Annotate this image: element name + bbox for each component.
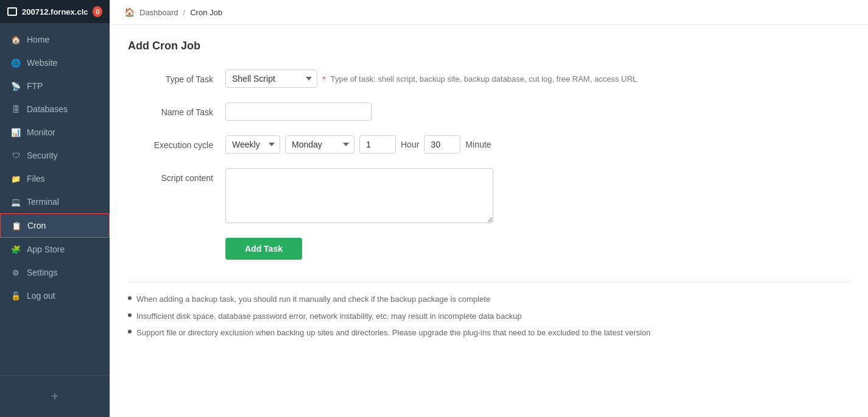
sidebar-item-appstore[interactable]: 🧩 App Store [0, 238, 110, 261]
sidebar-label-monitor: Monitor [27, 127, 55, 137]
execution-cycle-select[interactable]: Weekly Daily Monthly Hourly [225, 135, 280, 154]
sidebar-label-logout: Log out [27, 291, 55, 301]
sidebar-item-settings[interactable]: ⚙ Settings [0, 261, 110, 284]
script-content-textarea[interactable] [225, 168, 493, 223]
name-of-task-control [225, 102, 372, 121]
main-content: 🏠 Dashboard / Cron Job Add Cron Job Type… [110, 0, 868, 417]
notes-section: When adding a backup task, you should ru… [128, 282, 850, 339]
page-title: Add Cron Job [128, 40, 850, 52]
type-of-task-label: Type of Task [128, 70, 225, 84]
sidebar-item-files[interactable]: 📁 Files [0, 167, 110, 190]
home-breadcrumb-icon: 🏠 [124, 7, 135, 17]
hint-asterisk: * [322, 74, 326, 84]
breadcrumb: 🏠 Dashboard / Cron Job [110, 0, 868, 25]
name-of-task-row: Name of Task [128, 102, 850, 121]
note-bullet-2 [128, 313, 132, 317]
sidebar-label-home: Home [27, 35, 49, 45]
type-of-task-control: Shell Script Backup Site Backup Database… [225, 70, 637, 88]
page-content: Add Cron Job Type of Task Shell Script B… [110, 25, 868, 358]
settings-icon: ⚙ [11, 268, 21, 277]
ftp-icon: 📡 [11, 81, 21, 91]
sidebar-label-settings: Settings [27, 268, 58, 277]
sidebar-footer: + [0, 376, 110, 417]
note-item-1: When adding a backup task, you should ru… [128, 293, 850, 305]
terminal-icon: 💻 [11, 197, 21, 207]
notification-badge: 0 [93, 6, 102, 17]
sidebar-label-appstore: App Store [27, 244, 65, 254]
sidebar-label-cron: Cron [27, 221, 46, 230]
script-content-label: Script content [128, 168, 225, 183]
day-of-week-select[interactable]: Monday Tuesday Wednesday Thursday Friday… [285, 135, 355, 154]
note-bullet-1 [128, 296, 132, 300]
note-item-2: Insufficient disk space, database passwo… [128, 310, 850, 323]
monitor-nav-icon: 📊 [11, 127, 21, 137]
cron-icon: 📋 [12, 221, 21, 230]
sidebar-item-databases[interactable]: 🗄 Databases [0, 98, 110, 121]
sidebar-label-databases: Databases [27, 104, 68, 114]
execution-cycle-row: Execution cycle Weekly Daily Monthly Hou… [128, 135, 850, 154]
note-item-3: Support file or directory exclusion when… [128, 327, 850, 339]
monitor-icon [7, 7, 17, 16]
note-text-3: Support file or directory exclusion when… [136, 327, 651, 339]
note-text-1: When adding a backup task, you should ru… [136, 293, 490, 305]
breadcrumb-home[interactable]: Dashboard [139, 8, 178, 17]
sidebar-label-website: Website [27, 58, 57, 68]
sidebar-label-files: Files [27, 174, 45, 184]
note-text-2: Insufficient disk space, database passwo… [136, 310, 522, 323]
add-task-button[interactable]: Add Task [225, 238, 302, 260]
minute-input[interactable] [424, 135, 460, 154]
script-content-row: Script content [128, 168, 850, 223]
minute-label: Minute [465, 140, 491, 149]
type-of-task-row: Type of Task Shell Script Backup Site Ba… [128, 70, 850, 88]
sidebar-item-website[interactable]: 🌐 Website [0, 51, 110, 74]
note-bullet-3 [128, 330, 132, 333]
sidebar-nav: 🏠 Home 🌐 Website 📡 FTP 🗄 Databases 📊 Mon… [0, 23, 110, 376]
sidebar-header: 200712.fornex.clc 0 [0, 0, 110, 23]
hour-label: Hour [401, 140, 419, 149]
add-button[interactable]: + [0, 383, 110, 410]
breadcrumb-separator: / [183, 8, 186, 17]
sidebar-item-ftp[interactable]: 📡 FTP [0, 74, 110, 98]
logout-icon: 🔓 [11, 291, 21, 301]
execution-cycle-control: Weekly Daily Monthly Hourly Monday Tuesd… [225, 135, 491, 154]
sidebar-item-monitor[interactable]: 📊 Monitor [0, 121, 110, 144]
sidebar-label-terminal: Terminal [27, 197, 59, 207]
sidebar-label-security: Security [27, 151, 58, 160]
home-icon: 🏠 [11, 35, 21, 45]
databases-icon: 🗄 [11, 104, 21, 114]
security-icon: 🛡 [11, 151, 21, 160]
sidebar-item-home[interactable]: 🏠 Home [0, 28, 110, 51]
execution-cycle-label: Execution cycle [128, 135, 225, 150]
website-icon: 🌐 [11, 58, 21, 68]
sidebar-item-logout[interactable]: 🔓 Log out [0, 284, 110, 307]
script-content-control [225, 168, 493, 223]
name-of-task-label: Name of Task [128, 102, 225, 117]
name-of-task-input[interactable] [225, 102, 372, 121]
sidebar-item-security[interactable]: 🛡 Security [0, 144, 110, 167]
type-of-task-hint: Type of task: shell script, backup site,… [331, 74, 637, 84]
files-icon: 📁 [11, 174, 21, 184]
sidebar: 200712.fornex.clc 0 🏠 Home 🌐 Website 📡 F… [0, 0, 110, 417]
sidebar-label-ftp: FTP [27, 81, 43, 91]
sidebar-item-terminal[interactable]: 💻 Terminal [0, 190, 110, 213]
breadcrumb-current: Cron Job [190, 8, 222, 17]
hour-input[interactable] [359, 135, 396, 154]
appstore-icon: 🧩 [11, 244, 21, 254]
type-of-task-select[interactable]: Shell Script Backup Site Backup Database… [225, 70, 317, 88]
account-label: 200712.fornex.clc [22, 7, 88, 16]
sidebar-item-cron[interactable]: 📋 Cron [0, 213, 110, 238]
